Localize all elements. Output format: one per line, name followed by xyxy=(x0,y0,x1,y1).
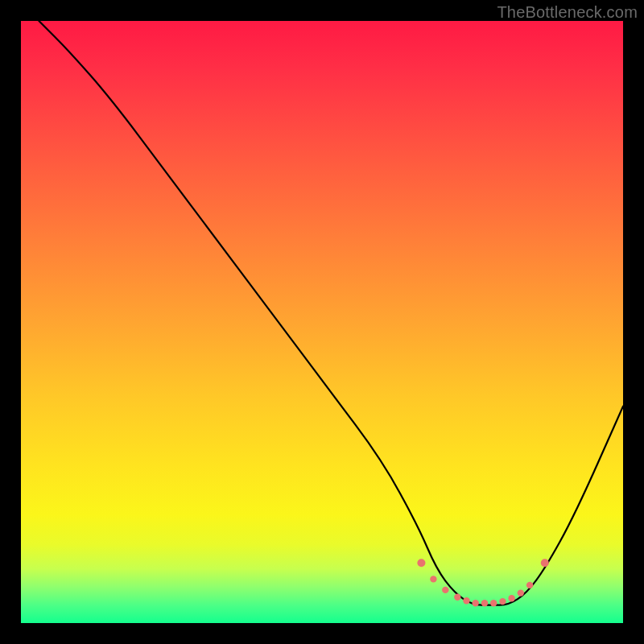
trough-marker-dot xyxy=(454,594,460,601)
plot-area xyxy=(21,21,623,623)
curve-layer xyxy=(39,21,623,605)
trough-marker-dot xyxy=(481,600,488,606)
trough-marker-dot xyxy=(541,559,549,567)
trough-marker-dot xyxy=(417,559,425,567)
trough-marker-dot xyxy=(442,587,448,593)
trough-marker-dot xyxy=(499,598,506,605)
trough-marker-dot xyxy=(430,576,436,582)
bottleneck-curve-svg xyxy=(21,21,623,623)
trough-marker-dot xyxy=(473,600,479,606)
bottleneck-curve-path xyxy=(39,21,623,605)
chart-container: TheBottleneck.com xyxy=(0,0,644,644)
trough-marker-dot xyxy=(518,589,524,596)
watermark-text: TheBottleneck.com xyxy=(497,3,638,22)
trough-marker-dot xyxy=(463,597,469,604)
trough-marker-dot xyxy=(490,600,497,606)
trough-marker-dot xyxy=(508,595,514,601)
trough-marker-dot xyxy=(526,582,533,588)
